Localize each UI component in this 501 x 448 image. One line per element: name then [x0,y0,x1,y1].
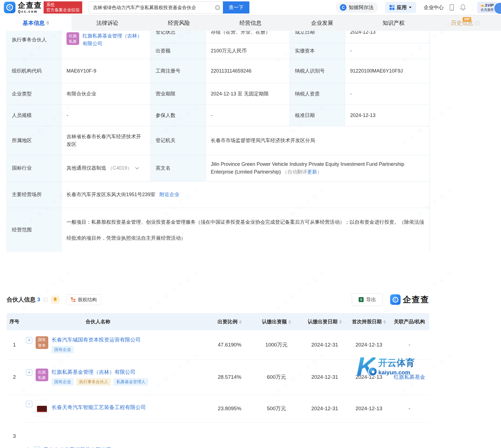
translate-update-link[interactable]: 更新 [307,169,317,175]
partners-section-header: 合伙人信息 3 股权结构 X 导出 [7,293,429,306]
field-label: 营业期限 [151,83,206,105]
exec-partner-link[interactable]: 红旗私募基金管理（吉林）有限公司 [82,32,145,48]
col-seq: 序号 [7,313,22,330]
field-value: 220113114659246 [206,59,290,83]
seq: 2 [7,359,22,395]
pledge-date: 2024-12-31 [301,330,348,359]
tab-legal[interactable]: 法律诉讼 [71,15,143,31]
partner-row: 1 国有资本 长春汽车城国有资本投资运营有限公司 国有企业 [7,330,429,359]
apps-grid-icon [390,5,395,10]
info-icon [475,21,479,25]
page: C 企查查 Qcc.com 系统 官方备案企业征信 查一下 C 知彼阿尔法 应用… [0,0,501,448]
tab-development[interactable]: 企业发展 [286,15,358,31]
field-value: 2024-12-13 [345,31,430,43]
field-value: - [345,43,430,59]
tab-bar: 基本信息 8 法律诉讼 经营风险 经营信息 企业发展 知识产权 历史信息 VIP [0,15,501,31]
amount: 1000万元 [252,330,301,359]
field-value: - [62,105,151,126]
field-label: 登记状态 [151,31,206,43]
ratio: 23.8095% [207,395,252,422]
org-chart-icon [71,297,76,302]
notifications-button[interactable] [460,4,466,11]
tab-history[interactable]: 历史信息 VIP [430,15,501,31]
ratio: 47.6190% [207,330,252,359]
exec-partner-cell: 红旗私募 红旗私募基金管理（吉林）有限公司 [62,31,151,59]
partner-row: 2 红旗私募 红旗私募基金管理（吉林）有限公司 国有企业 执行 [7,359,429,395]
related: 红旗私募基金 [390,359,429,395]
field-value: 2024-12-13 [345,105,430,126]
col-pledge-date[interactable]: 认缴出资日期 [301,313,348,330]
field-value: 有限合伙企业 [62,83,151,105]
col-first-date[interactable]: 首次持股日期 [348,313,390,330]
field-label: 人员规模 [7,105,62,126]
info-icon [43,297,48,302]
amount: 945万元 [252,422,301,448]
brand-domain: Qcc.com [18,10,42,13]
search-input[interactable] [89,1,223,14]
field-value: - [206,105,290,126]
tab-intellectual-property[interactable]: 知识产权 [358,15,429,31]
col-ratio[interactable]: 出资比例 [207,313,252,330]
partner-child-row: 天奇自动化工程股份有限公司 63.00% 945万元 - [7,422,429,448]
partner-name-link[interactable]: 长春汽车城国有资本投资运营有限公司 [52,336,141,343]
field-label: 主要经营场所 [7,182,62,208]
partner-name-link[interactable]: 长春天奇汽车智能工艺装备工程有限公司 [52,404,146,411]
field-label: 实缴资本 [290,43,345,59]
partners-title: 合伙人信息 [7,296,36,303]
collapse-button[interactable] [26,401,32,407]
search-button[interactable]: 查一下 [223,1,249,14]
business-scope-cell: 一般项目：私募股权投资基金管理、创业投资基金管理服务（须在中国证券投资基金业协会… [62,208,430,252]
expand-button[interactable] [26,369,32,376]
field-label: 成立日期 [290,31,345,43]
chevron-down-icon[interactable] [135,166,139,169]
tab-operation-info[interactable]: 经营信息 [215,15,286,31]
monitor-bell-button[interactable] [51,295,59,304]
equity-structure-button[interactable]: 股权结构 [66,294,101,305]
sort-icon [288,320,291,324]
partner-logo-image [36,400,48,417]
qcc-logo-icon: C [4,2,15,13]
enterprise-center-link[interactable]: 企业中心 [424,4,444,11]
field-value: MAE6Y10F-9 [62,59,151,83]
field-label: 出资额 [151,43,206,59]
export-button[interactable]: X 导出 [352,293,383,306]
partners-count: 3 [37,297,40,303]
expand-button[interactable] [34,447,40,448]
pledge-date: - [301,422,348,448]
partners-table: 序号 合伙人名称 出资比例 认缴出资额 认缴出资日期 首次持股日期 关联产品/机… [7,313,429,448]
amount: 600万元 [252,359,301,395]
vip-badge: VIP [463,17,471,22]
qcc-logo[interactable]: C 企查查 Qcc.com [4,2,42,13]
col-related: 关联产品/机构 [390,313,429,330]
zhibi-alpha-link[interactable]: C 知彼阿尔法 [335,2,378,13]
expand-button[interactable] [26,337,32,343]
tab-basic-info[interactable]: 基本信息 8 [0,15,71,31]
pledge-date: 2024-12-31 [301,359,348,395]
field-label: 执行事务合伙人 [7,31,62,59]
mobile-app-button[interactable] [450,4,454,11]
basic-info-table: 执行事务合伙人 红旗私募 红旗私募基金管理（吉林）有限公司 登记状态 存续（在营… [7,31,430,252]
ratio: 63.00% [207,422,252,448]
shareholder-name-link[interactable]: 天奇自动化工程股份有限公司 [43,446,111,448]
nearby-companies-link[interactable]: 附近企业 [159,192,179,197]
field-label: 经营范围 [7,208,62,252]
partner-name-link[interactable]: 红旗私募基金管理（吉林）有限公司 [52,369,148,376]
related: - [390,395,429,422]
apps-label: 应用 [397,4,407,11]
amount: 500万元 [252,395,301,422]
zhibi-alpha-label: 知彼阿尔法 [349,4,374,11]
apps-menu[interactable]: 应用 [385,2,416,13]
col-amount[interactable]: 认缴出资额 [252,313,301,330]
divider [472,4,472,11]
search-bar: 查一下 [89,1,249,14]
related-fund-link[interactable]: 红旗私募基金 [394,374,425,380]
tab-operation-risk[interactable]: 经营风险 [143,15,215,31]
field-label: 所属地区 [7,126,62,155]
field-label: 核准日期 [290,105,345,126]
partner-tag: 国有企业 [52,378,74,386]
field-label: 英文名 [151,155,206,182]
main-place-cell: 长春市汽车开发区东风大街1951号239室 附近企业 [62,182,430,208]
field-label: 企业类型 [7,83,62,105]
crown-icon [481,4,484,7]
qcc-brand-stamp: C 企查查 [390,294,429,305]
